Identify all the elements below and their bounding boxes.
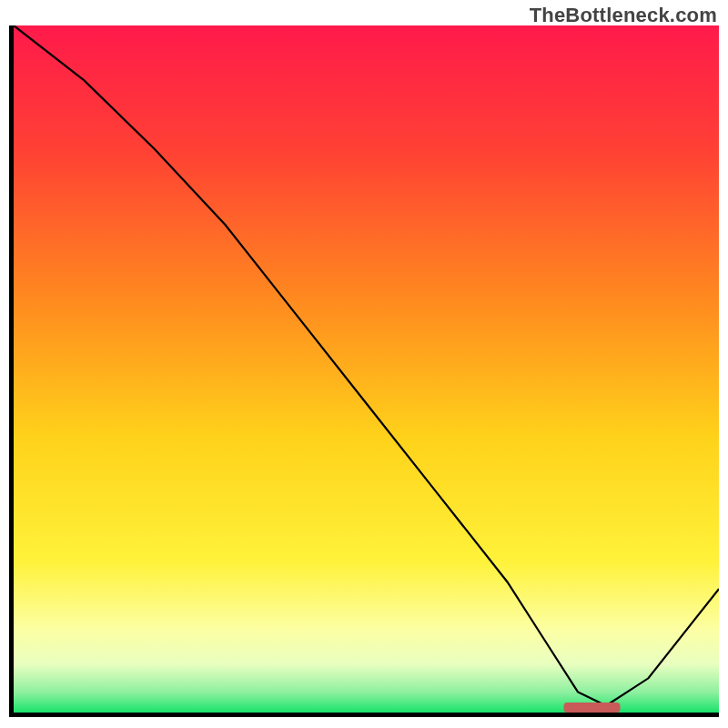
chart-container: TheBottleneck.com (0, 0, 728, 728)
watermark-text: TheBottleneck.com (530, 4, 717, 27)
axes-frame (9, 25, 719, 717)
